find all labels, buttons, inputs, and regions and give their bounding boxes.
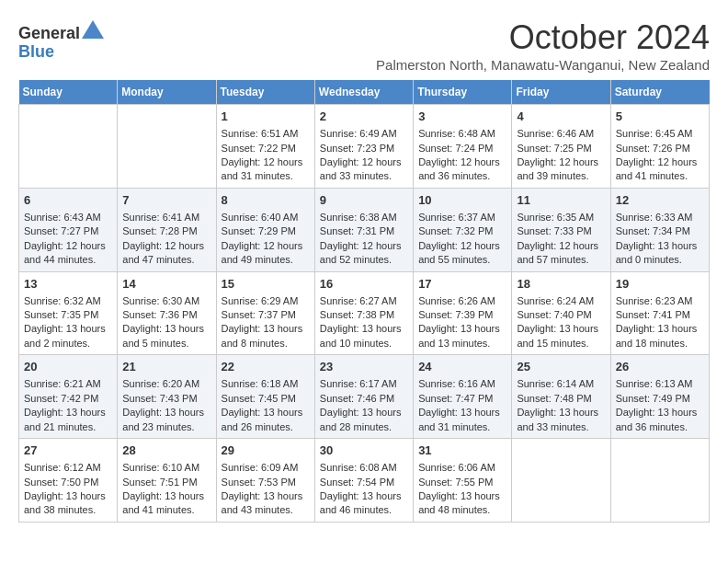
sunset-text: Sunset: 7:43 PM [122, 392, 210, 406]
sunrise-text: Sunrise: 6:48 AM [418, 127, 506, 141]
daylight-text: Daylight: 13 hours and 5 minutes. [122, 322, 210, 350]
header-monday: Monday [118, 80, 216, 105]
daylight-text: Daylight: 13 hours and 21 minutes. [24, 406, 112, 434]
daylight-text: Daylight: 12 hours and 47 minutes. [122, 239, 210, 268]
sunset-text: Sunset: 7:49 PM [616, 392, 704, 406]
calendar-cell: 10Sunrise: 6:37 AMSunset: 7:32 PMDayligh… [414, 188, 512, 271]
daylight-text: Daylight: 13 hours and 18 minutes. [616, 322, 704, 350]
day-number: 1 [222, 109, 310, 125]
logo-icon [82, 20, 104, 39]
sunrise-text: Sunrise: 6:16 AM [418, 377, 506, 391]
calendar-week-5: 27Sunrise: 6:12 AMSunset: 7:50 PMDayligh… [19, 439, 710, 523]
logo: General Blue [18, 18, 104, 62]
sunset-text: Sunset: 7:25 PM [517, 142, 605, 155]
sunset-text: Sunset: 7:23 PM [320, 142, 408, 155]
day-number: 15 [222, 276, 310, 293]
sunset-text: Sunset: 7:29 PM [222, 224, 310, 238]
sunrise-text: Sunrise: 6:12 AM [24, 461, 112, 475]
calendar-cell: 22Sunrise: 6:18 AMSunset: 7:45 PMDayligh… [216, 355, 314, 439]
logo-general-text: General [18, 24, 80, 42]
sunrise-text: Sunrise: 6:46 AM [517, 127, 605, 141]
sunrise-text: Sunrise: 6:10 AM [122, 461, 210, 475]
daylight-text: Daylight: 13 hours and 13 minutes. [418, 322, 506, 350]
calendar-cell: 15Sunrise: 6:29 AMSunset: 7:37 PMDayligh… [216, 271, 314, 355]
sunrise-text: Sunrise: 6:38 AM [320, 211, 408, 224]
daylight-text: Daylight: 13 hours and 0 minutes. [616, 239, 704, 268]
sunrise-text: Sunrise: 6:14 AM [517, 377, 605, 391]
daylight-text: Daylight: 12 hours and 52 minutes. [320, 239, 408, 268]
calendar-cell: 14Sunrise: 6:30 AMSunset: 7:36 PMDayligh… [118, 271, 216, 355]
calendar-cell: 13Sunrise: 6:32 AMSunset: 7:35 PMDayligh… [19, 271, 118, 355]
calendar-week-3: 13Sunrise: 6:32 AMSunset: 7:35 PMDayligh… [19, 271, 710, 355]
sunset-text: Sunset: 7:24 PM [418, 142, 506, 155]
day-number: 5 [616, 109, 704, 125]
calendar-week-1: 1Sunrise: 6:51 AMSunset: 7:22 PMDaylight… [19, 105, 710, 189]
sunrise-text: Sunrise: 6:06 AM [418, 461, 506, 475]
calendar-cell: 29Sunrise: 6:09 AMSunset: 7:53 PMDayligh… [216, 439, 314, 523]
day-number: 17 [418, 276, 506, 293]
day-number: 20 [24, 359, 112, 375]
daylight-text: Daylight: 12 hours and 39 minutes. [517, 155, 605, 184]
sunset-text: Sunset: 7:47 PM [418, 392, 506, 406]
daylight-text: Daylight: 12 hours and 41 minutes. [616, 155, 704, 184]
logo-blue-text: Blue [18, 43, 104, 62]
calendar-cell: 20Sunrise: 6:21 AMSunset: 7:42 PMDayligh… [19, 355, 118, 439]
sunrise-text: Sunrise: 6:13 AM [616, 377, 704, 391]
sunset-text: Sunset: 7:42 PM [24, 392, 112, 406]
daylight-text: Daylight: 13 hours and 2 minutes. [24, 322, 112, 350]
header-thursday: Thursday [414, 80, 512, 105]
calendar-cell [19, 105, 118, 189]
calendar-cell [512, 439, 610, 523]
sunset-text: Sunset: 7:39 PM [418, 308, 506, 322]
day-number: 13 [24, 276, 112, 293]
calendar-cell: 6Sunrise: 6:43 AMSunset: 7:27 PMDaylight… [19, 188, 118, 271]
sunset-text: Sunset: 7:37 PM [222, 308, 310, 322]
day-number: 2 [320, 109, 408, 125]
sunset-text: Sunset: 7:35 PM [24, 308, 112, 322]
sunset-text: Sunset: 7:31 PM [320, 224, 408, 238]
sunrise-text: Sunrise: 6:20 AM [122, 377, 210, 391]
day-number: 11 [517, 192, 605, 209]
header-sunday: Sunday [19, 80, 118, 105]
sunset-text: Sunset: 7:28 PM [122, 224, 210, 238]
day-number: 31 [418, 442, 506, 459]
daylight-text: Daylight: 12 hours and 44 minutes. [24, 239, 112, 268]
sunrise-text: Sunrise: 6:41 AM [122, 211, 210, 224]
calendar-cell: 12Sunrise: 6:33 AMSunset: 7:34 PMDayligh… [610, 188, 709, 271]
sunrise-text: Sunrise: 6:49 AM [320, 127, 408, 141]
day-number: 21 [122, 359, 210, 375]
daylight-text: Daylight: 12 hours and 36 minutes. [418, 155, 506, 184]
sunrise-text: Sunrise: 6:27 AM [320, 294, 408, 308]
calendar-cell: 30Sunrise: 6:08 AMSunset: 7:54 PMDayligh… [314, 439, 413, 523]
location-text: Palmerston North, Manawatu-Wanganui, New… [376, 57, 710, 73]
sunset-text: Sunset: 7:32 PM [418, 224, 506, 238]
day-number: 26 [616, 359, 704, 375]
day-number: 29 [222, 442, 310, 459]
sunset-text: Sunset: 7:53 PM [222, 476, 310, 489]
daylight-text: Daylight: 13 hours and 8 minutes. [222, 322, 310, 350]
calendar-cell: 21Sunrise: 6:20 AMSunset: 7:43 PMDayligh… [118, 355, 216, 439]
sunrise-text: Sunrise: 6:09 AM [222, 461, 310, 475]
calendar-cell: 3Sunrise: 6:48 AMSunset: 7:24 PMDaylight… [414, 105, 512, 189]
daylight-text: Daylight: 13 hours and 43 minutes. [222, 489, 310, 518]
sunset-text: Sunset: 7:50 PM [24, 476, 112, 489]
calendar-cell: 4Sunrise: 6:46 AMSunset: 7:25 PMDaylight… [512, 105, 610, 189]
daylight-text: Daylight: 13 hours and 31 minutes. [418, 406, 506, 434]
calendar-cell: 9Sunrise: 6:38 AMSunset: 7:31 PMDaylight… [314, 188, 413, 271]
calendar-table: SundayMondayTuesdayWednesdayThursdayFrid… [18, 80, 710, 523]
daylight-text: Daylight: 12 hours and 55 minutes. [418, 239, 506, 268]
sunset-text: Sunset: 7:22 PM [222, 142, 310, 155]
calendar-cell: 25Sunrise: 6:14 AMSunset: 7:48 PMDayligh… [512, 355, 610, 439]
sunrise-text: Sunrise: 6:26 AM [418, 294, 506, 308]
daylight-text: Daylight: 13 hours and 38 minutes. [24, 489, 112, 518]
sunset-text: Sunset: 7:51 PM [122, 476, 210, 489]
calendar-cell: 17Sunrise: 6:26 AMSunset: 7:39 PMDayligh… [414, 271, 512, 355]
day-number: 6 [24, 192, 112, 209]
daylight-text: Daylight: 12 hours and 49 minutes. [222, 239, 310, 268]
day-number: 12 [616, 192, 704, 209]
calendar-cell: 19Sunrise: 6:23 AMSunset: 7:41 PMDayligh… [610, 271, 709, 355]
day-number: 18 [517, 276, 605, 293]
sunset-text: Sunset: 7:45 PM [222, 392, 310, 406]
sunrise-text: Sunrise: 6:33 AM [616, 211, 704, 224]
sunset-text: Sunset: 7:36 PM [122, 308, 210, 322]
